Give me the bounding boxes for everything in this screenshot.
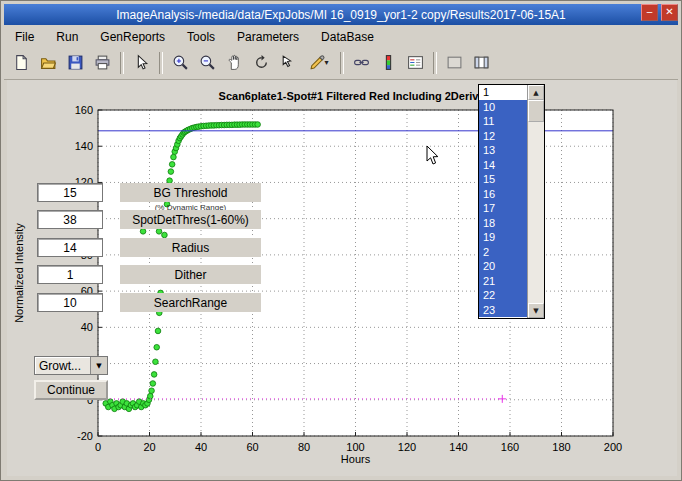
zoom-out-icon: [199, 54, 216, 71]
svg-text:200: 200: [604, 441, 622, 453]
menu-item-genreports[interactable]: GenReports: [89, 28, 176, 46]
menu-item-file[interactable]: File: [4, 28, 45, 46]
data-cursor-button[interactable]: [275, 49, 302, 76]
scrollbar-down-button[interactable]: ▼: [528, 303, 544, 318]
toolbar-separator: [120, 52, 124, 74]
chevron-down-icon[interactable]: ▼: [90, 357, 107, 374]
show-plot-tools-button[interactable]: [468, 49, 495, 76]
new-document-icon: [13, 54, 30, 71]
arrow-cursor-icon: [133, 54, 150, 71]
print-figure-button[interactable]: [89, 49, 116, 76]
new-figure-button[interactable]: [8, 49, 35, 76]
data-cursor-icon: [280, 54, 297, 71]
listbox-item[interactable]: 12: [479, 129, 527, 144]
menu-bar: File Run GenReports Tools Parameters Dat…: [4, 27, 678, 46]
insert-legend-button[interactable]: [402, 49, 429, 76]
mouse-cursor: [426, 146, 440, 166]
listbox-items: 110111213141516171819220212223: [479, 85, 527, 318]
radius-label: Radius: [120, 238, 261, 257]
svg-text:40: 40: [195, 441, 207, 453]
figure-toolbar: ▾: [4, 46, 678, 80]
legend-icon: [407, 54, 424, 71]
menu-item-run[interactable]: Run: [45, 28, 89, 46]
link-icon: [353, 54, 370, 71]
listbox-item[interactable]: 20: [479, 259, 527, 274]
svg-text:60: 60: [246, 441, 258, 453]
listbox-item[interactable]: 23: [479, 303, 527, 318]
listbox-item[interactable]: 14: [479, 158, 527, 173]
close-button[interactable]: ✕: [661, 4, 678, 21]
dither-label: Dither: [120, 265, 261, 284]
svg-text:0: 0: [95, 441, 101, 453]
continue-button[interactable]: Continue: [34, 380, 108, 400]
hide-plot-tools-icon: [446, 54, 463, 71]
svg-text:Scan6plate1-Spot#1 Filtered Re: Scan6plate1-Spot#1 Filtered Red Includin…: [219, 90, 493, 102]
spot-det-thres-input[interactable]: [37, 210, 103, 229]
listbox-item[interactable]: 18: [479, 216, 527, 231]
save-figure-button[interactable]: [62, 49, 89, 76]
window-title: ImageAnalysis-/media/data/ExpJobs/MI 16_…: [116, 8, 566, 22]
listbox-item[interactable]: 1: [479, 85, 527, 100]
bg-threshold-input[interactable]: [37, 183, 103, 202]
svg-text:Hours: Hours: [341, 453, 371, 465]
svg-text:-20: -20: [77, 430, 93, 442]
svg-text:160: 160: [501, 441, 519, 453]
listbox-item[interactable]: 19: [479, 230, 527, 245]
chevron-down-icon[interactable]: ▾: [324, 58, 328, 67]
edit-plot-button[interactable]: [128, 49, 155, 76]
scrollbar-up-button[interactable]: ▲: [528, 85, 544, 100]
svg-text:140: 140: [75, 140, 93, 152]
menu-item-database[interactable]: DataBase: [310, 28, 385, 46]
minimize-button[interactable]: –: [641, 4, 658, 21]
open-file-button[interactable]: [35, 49, 62, 76]
svg-text:160: 160: [75, 104, 93, 116]
radius-input[interactable]: [37, 238, 103, 257]
colorbar-icon: [380, 54, 397, 71]
svg-text:40: 40: [81, 321, 93, 333]
toolbar-separator: [159, 52, 163, 74]
listbox-item[interactable]: 16: [479, 187, 527, 202]
zoom-in-icon: [172, 54, 189, 71]
scrollbar-thumb[interactable]: [528, 100, 544, 122]
dither-input[interactable]: [37, 265, 103, 284]
listbox-item[interactable]: 2: [479, 245, 527, 260]
window-titlebar[interactable]: ImageAnalysis-/media/data/ExpJobs/MI 16_…: [4, 4, 678, 25]
rotate-3d-button[interactable]: [248, 49, 275, 76]
bg-threshold-label: BG Threshold: [120, 183, 261, 202]
growth-plot[interactable]: 020406080100120140160180200-200204060801…: [7, 80, 677, 476]
search-range-input[interactable]: [37, 293, 103, 312]
printer-icon: [94, 54, 111, 71]
scrollbar-track[interactable]: ▲ ▼: [527, 85, 544, 318]
svg-text:100: 100: [346, 441, 364, 453]
growth-dropdown[interactable]: Growt... ▼: [34, 356, 108, 375]
toolbar-separator: [433, 52, 437, 74]
listbox-item[interactable]: 22: [479, 288, 527, 303]
listbox-item[interactable]: 15: [479, 172, 527, 187]
brush-data-button[interactable]: ▾: [302, 49, 336, 76]
open-folder-icon: [40, 54, 57, 71]
link-plot-button[interactable]: [348, 49, 375, 76]
listbox-item[interactable]: 10: [479, 100, 527, 115]
show-plot-tools-icon: [473, 54, 490, 71]
svg-text:80: 80: [298, 441, 310, 453]
rotate-arrow-icon: [253, 54, 270, 71]
number-listbox[interactable]: 110111213141516171819220212223 ▲ ▼: [478, 84, 545, 319]
insert-colorbar-button[interactable]: [375, 49, 402, 76]
zoom-in-button[interactable]: [167, 49, 194, 76]
menu-item-parameters[interactable]: Parameters: [226, 28, 310, 46]
toolbar-separator: [340, 52, 344, 74]
listbox-item[interactable]: 11: [479, 114, 527, 129]
listbox-item[interactable]: 17: [479, 201, 527, 216]
hand-icon: [226, 54, 243, 71]
hide-plot-tools-button[interactable]: [441, 49, 468, 76]
listbox-item[interactable]: 21: [479, 274, 527, 289]
growth-dropdown-value: Growt...: [35, 359, 90, 373]
pan-button[interactable]: [221, 49, 248, 76]
figure-canvas: 020406080100120140160180200-200204060801…: [7, 80, 677, 476]
menu-item-tools[interactable]: Tools: [176, 28, 226, 46]
save-floppy-icon: [67, 54, 84, 71]
zoom-out-button[interactable]: [194, 49, 221, 76]
svg-text:120: 120: [398, 441, 416, 453]
app-window: ImageAnalysis-/media/data/ExpJobs/MI 16_…: [0, 0, 682, 481]
listbox-item[interactable]: 13: [479, 143, 527, 158]
